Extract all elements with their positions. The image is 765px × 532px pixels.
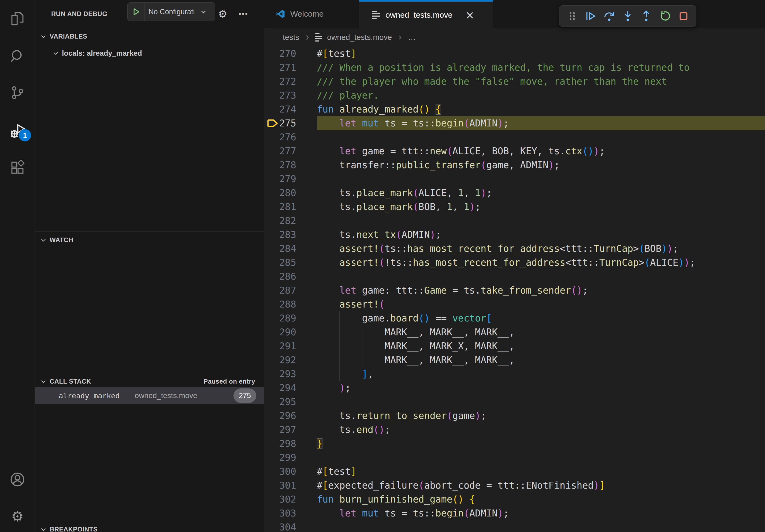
configuration-dropdown[interactable]: No Configurati	[145, 3, 215, 21]
line-number-gutter[interactable]: 304	[264, 520, 317, 532]
variables-scope-locals[interactable]: locals: already_marked	[35, 46, 264, 61]
line-number-gutter[interactable]: 300	[264, 464, 317, 478]
line-number-gutter[interactable]: 288	[264, 297, 317, 311]
line-number-gutter[interactable]: 301	[264, 478, 317, 492]
restart-icon[interactable]	[657, 9, 672, 24]
line-number-gutter[interactable]: 297	[264, 423, 317, 437]
code-line[interactable]: 284 assert!(ts::has_most_recent_for_addr…	[264, 242, 765, 256]
call-stack-frame-row[interactable]: already_marked owned_tests.move 275	[35, 387, 264, 404]
line-number-gutter[interactable]: 272	[264, 75, 317, 89]
code-line[interactable]: 298}	[264, 437, 765, 450]
code-line[interactable]: 299	[264, 450, 765, 464]
tab-owned-tests[interactable]: owned_tests.move ×	[359, 0, 493, 28]
code-area[interactable]: 270#[test]271/// When a position is alre…	[264, 47, 765, 532]
code-line[interactable]: 283 ts.next_tx(ADMIN);	[264, 228, 765, 242]
breakpoints-section-header[interactable]: BREAKPOINTS	[35, 522, 264, 532]
views-more-actions-icon[interactable]: ⋯	[236, 0, 251, 28]
step-over-icon[interactable]	[602, 9, 617, 24]
line-number-gutter[interactable]: 271	[264, 61, 317, 75]
code-line[interactable]: 303 let mut ts = ts::begin(ADMIN);	[264, 506, 765, 520]
code-line[interactable]: 296 ts.return_to_sender(game);	[264, 409, 765, 423]
frame-function-name: already_marked	[59, 392, 120, 400]
step-into-icon[interactable]	[620, 9, 635, 24]
code-line[interactable]: 302fun burn_unfinished_game() {	[264, 492, 765, 506]
line-number-gutter[interactable]: 281	[264, 200, 317, 214]
settings-gear-icon[interactable]: ⚙	[0, 503, 35, 530]
code-line[interactable]: 286	[264, 269, 765, 283]
code-line[interactable]: 288 assert!(	[264, 297, 765, 311]
source-control-icon[interactable]	[0, 79, 35, 106]
line-number-gutter[interactable]: 295	[264, 395, 317, 409]
line-number-gutter[interactable]: 287	[264, 283, 317, 297]
line-number-gutter[interactable]: 276	[264, 130, 317, 144]
code-line[interactable]: 271/// When a position is already marked…	[264, 61, 765, 75]
code-line[interactable]: 275 let mut ts = ts::begin(ADMIN);	[264, 116, 765, 130]
line-number-gutter[interactable]: 283	[264, 228, 317, 242]
line-number-gutter[interactable]: 282	[264, 214, 317, 228]
code-line[interactable]: 280 ts.place_mark(ALICE, 1, 1);	[264, 186, 765, 200]
line-number-gutter[interactable]: 299	[264, 450, 317, 464]
code-line[interactable]: 301#[expected_failure(abort_code = ttt::…	[264, 478, 765, 492]
code-line[interactable]: 281 ts.place_mark(BOB, 1, 1);	[264, 200, 765, 214]
code-line[interactable]: 285 assert!(!ts::has_most_recent_for_add…	[264, 256, 765, 269]
line-number-gutter[interactable]: 274	[264, 102, 317, 116]
variables-section-header[interactable]: VARIABLES	[35, 30, 264, 43]
account-icon[interactable]	[0, 466, 35, 493]
code-line[interactable]: 279	[264, 172, 765, 186]
line-number-gutter[interactable]: 275	[264, 116, 317, 130]
line-number-gutter[interactable]: 280	[264, 186, 317, 200]
start-debugging-button[interactable]	[128, 3, 145, 21]
indent-guide	[317, 506, 318, 532]
code-line[interactable]: 304	[264, 520, 765, 532]
debug-settings-gear-icon[interactable]: ⚙	[215, 0, 230, 28]
line-number-gutter[interactable]: 273	[264, 89, 317, 102]
explorer-icon[interactable]	[0, 5, 35, 32]
chevron-down-icon	[40, 526, 47, 532]
tab-label: Welcome	[290, 9, 324, 19]
line-number-gutter[interactable]: 278	[264, 158, 317, 172]
line-number-gutter[interactable]: 292	[264, 353, 317, 367]
watch-section-header[interactable]: WATCH	[35, 233, 264, 247]
line-number-gutter[interactable]: 294	[264, 381, 317, 395]
line-number-gutter[interactable]: 289	[264, 311, 317, 325]
line-number-gutter[interactable]: 284	[264, 242, 317, 256]
call-stack-section-header[interactable]: CALL STACK Paused on entry	[35, 375, 264, 389]
line-number-gutter[interactable]: 277	[264, 144, 317, 158]
code-line[interactable]: 297 ts.end();	[264, 423, 765, 437]
breadcrumb-folder[interactable]: tests	[283, 33, 299, 42]
code-line[interactable]: 295	[264, 395, 765, 409]
line-number-gutter[interactable]: 291	[264, 339, 317, 353]
close-tab-icon[interactable]: ×	[465, 10, 474, 20]
extensions-icon[interactable]	[0, 154, 35, 181]
line-number-gutter[interactable]: 298	[264, 437, 317, 450]
line-number-gutter[interactable]: 296	[264, 409, 317, 423]
stop-icon[interactable]	[676, 9, 691, 24]
line-number-gutter[interactable]: 286	[264, 269, 317, 283]
code-line[interactable]: 287 let game: ttt::Game = ts.take_from_s…	[264, 283, 765, 297]
tab-welcome[interactable]: Welcome	[264, 0, 359, 28]
code-line[interactable]: 274fun already_marked() {	[264, 102, 765, 116]
line-number-gutter[interactable]: 303	[264, 506, 317, 520]
line-number-gutter[interactable]: 290	[264, 325, 317, 339]
line-number-gutter[interactable]: 285	[264, 256, 317, 269]
code-line[interactable]: 294 );	[264, 381, 765, 395]
line-number-gutter[interactable]: 279	[264, 172, 317, 186]
code-line[interactable]: 282	[264, 214, 765, 228]
code-line[interactable]: 300#[test]	[264, 464, 765, 478]
continue-icon[interactable]	[583, 9, 598, 24]
run-and-debug-icon[interactable]: 1	[0, 117, 35, 144]
search-icon[interactable]	[0, 43, 35, 70]
line-number-gutter[interactable]: 302	[264, 492, 317, 506]
code-line[interactable]: 277 let game = ttt::new(ALICE, BOB, KEY,…	[264, 144, 765, 158]
code-line[interactable]: 276	[264, 130, 765, 144]
breadcrumb-symbol[interactable]: …	[408, 33, 416, 42]
code-line[interactable]: 273/// player.	[264, 89, 765, 102]
step-out-icon[interactable]	[639, 9, 654, 24]
code-line[interactable]: 272/// the player who made the "false" m…	[264, 75, 765, 89]
line-number-gutter[interactable]: 293	[264, 367, 317, 381]
code-line[interactable]: 270#[test]	[264, 47, 765, 61]
toolbar-drag-grip[interactable]	[564, 9, 579, 24]
breadcrumb-file[interactable]: owned_tests.move	[327, 33, 392, 42]
code-line[interactable]: 278 transfer::public_transfer(game, ADMI…	[264, 158, 765, 172]
line-number-gutter[interactable]: 270	[264, 47, 317, 61]
